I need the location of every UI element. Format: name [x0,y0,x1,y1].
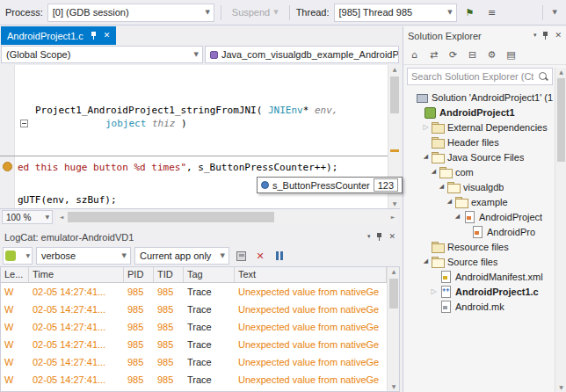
column-header-tid[interactable]: TID [154,267,184,282]
column-header-text[interactable]: Text [235,267,387,282]
thread-dropdown[interactable]: [985] Thread 985 ▼ [334,4,457,22]
solution-explorer-titlebar[interactable]: Solution Explorer ▾ ✕ [403,26,566,45]
close-icon[interactable]: ✕ [104,32,111,40]
scroll-up-icon[interactable]: ▲ [388,67,401,72]
tree-item[interactable]: ◢example [403,194,555,209]
tree-expanded-arrow-icon[interactable]: ◢ [421,258,431,265]
log-level-dropdown[interactable]: verbose ▼ [36,247,131,265]
tree-collapsed-arrow-icon[interactable]: ▷ [421,124,431,131]
suspend-button[interactable]: Suspend ▼ [228,4,283,22]
tree-item[interactable]: AndroidProject1 [403,105,555,120]
member-dropdown[interactable]: Java_com_visualgdb_example_AndroidP ▼ [205,46,399,63]
pin-icon[interactable] [375,232,383,242]
close-icon[interactable]: ✕ [388,233,395,241]
tree-item[interactable]: AndroidPro [403,224,555,239]
editor-horizontal-scrollbar[interactable]: ◄ ► [56,210,398,224]
logcat-row[interactable]: W02-05 14:27:41...985985TraceUnexpected … [1,353,387,371]
search-icon[interactable] [537,70,549,83]
pin-icon[interactable] [541,31,549,40]
pin-icon[interactable] [90,31,98,40]
tree-item[interactable]: Resource files [403,239,555,254]
process-label: Process: [5,7,43,18]
logcat-vertical-scrollbar[interactable]: ▲ ▼ [387,267,399,391]
tree-item-label: Java Source Files [447,152,524,163]
column-header-level[interactable]: Le... [1,267,29,282]
tree-item[interactable]: ◢com [403,164,555,179]
scrollbar-thumb[interactable] [389,279,398,309]
column-header-pid[interactable]: PID [124,267,154,282]
scroll-right-icon[interactable]: ► [388,210,398,224]
tree-item[interactable]: ◢AndroidProject [403,209,555,224]
breakpoint-margin[interactable] [0,65,15,208]
breakpoint-icon[interactable] [3,162,12,171]
zoom-dropdown[interactable]: 100 % ▼ [2,210,53,224]
editor-split-divider[interactable] [0,156,388,156]
logcat-cell-time: 02-05 14:27:41... [29,374,124,385]
tree-item[interactable]: Android.mk [403,299,555,314]
tree-expanded-arrow-icon[interactable]: ◢ [437,184,446,190]
scroll-up-icon[interactable]: ▲ [555,69,566,75]
device-dropdown[interactable]: ▼ [3,247,33,265]
window-position-icon[interactable]: ▾ [367,234,371,240]
debugger-datatip[interactable]: s_ButtonPressCounter 123 [257,177,403,193]
tree-item[interactable]: AndroidManifest.xml [403,269,555,284]
tree-item[interactable]: ▷External Dependencies [403,120,555,134]
close-icon[interactable]: ✕ [555,32,562,40]
home-icon[interactable]: ⌂ [406,47,423,63]
flag-icon[interactable]: ⚑ [461,4,479,21]
column-header-time[interactable]: Time [29,267,124,282]
window-position-icon[interactable]: ▾ [533,33,537,39]
tab-androidproject1-c[interactable]: AndroidProject1.c ✕ [1,26,116,45]
fold-collapse-icon[interactable] [20,120,28,127]
tree-item[interactable]: ◢Java Source Files [403,149,555,164]
collapse-all-icon[interactable]: ⊟ [464,47,481,63]
scrollbar-thumb[interactable] [68,212,274,222]
tree-item[interactable]: Solution 'AndroidProject1' (1 projec [403,90,555,105]
toolbar-overflow-chevron-icon[interactable]: ▼ [549,10,561,16]
tree-expanded-arrow-icon[interactable]: ◢ [453,214,462,220]
logcat-row[interactable]: W02-05 14:27:41...985985TraceUnexpected … [1,301,387,318]
refresh-icon[interactable]: ⟳ [445,47,461,63]
search-input[interactable] [408,71,537,82]
scrollbar-thumb[interactable] [390,76,399,113]
sync-with-active-document-icon[interactable]: ⇄ [425,47,442,63]
scope-dropdown[interactable]: (Global Scope) ▼ [1,46,203,63]
pause-log-icon[interactable] [272,248,287,264]
logcat-row[interactable]: W02-05 14:27:41...985985TraceUnexpected … [1,371,387,388]
code-editor[interactable]: Project1_AndroidProject1_stringFromJNI( … [0,65,400,208]
logcat-titlebar[interactable]: LogCat: emulator-AndroidVD1 ▾ ✕ [0,229,400,245]
properties-icon[interactable]: ⚙ [483,47,500,63]
tree-item[interactable]: ◢Source files [403,254,555,269]
tree-expanded-arrow-icon[interactable]: ◢ [429,169,439,175]
tree-item-label: Resource files [447,242,509,252]
logcat-row[interactable]: W02-05 14:27:41...985985TraceUnexpected … [1,283,387,301]
tree-item[interactable]: ◢visualgdb [403,179,555,194]
scroll-up-icon[interactable]: ▲ [388,269,400,274]
show-all-files-icon[interactable]: ▤ [503,47,519,63]
scroll-down-icon[interactable]: ▼ [388,201,401,207]
logcat-row[interactable]: W02-05 14:27:41...985985TraceUnexpected … [1,336,387,353]
clear-log-icon[interactable]: ✕ [252,248,268,264]
logcat-cell-tid: 985 [154,357,184,367]
column-header-tag[interactable]: Tag [184,267,235,282]
log-level-value: verbose [41,250,76,261]
logcat-cell-text: Unexpected value from nativeGe [235,374,387,385]
logcat-cell-pid: 985 [124,322,154,332]
scroll-down-icon[interactable]: ▼ [388,384,400,389]
process-dropdown[interactable]: [0] (GDB session) ▼ [47,4,214,22]
tree-expanded-arrow-icon[interactable]: ◢ [445,199,454,205]
tree-expanded-arrow-icon[interactable]: ◢ [421,154,431,160]
tree-item[interactable]: ▷AndroidProject1.c [403,284,555,299]
threads-list-icon[interactable]: ≡ [483,4,501,21]
thread-value: [985] Thread 985 [339,7,413,18]
tree-collapsed-arrow-icon[interactable]: ▷ [429,288,439,295]
scroll-down-icon[interactable]: ▼ [555,385,566,390]
tree-item[interactable]: Header files [403,134,555,149]
app-filter-dropdown[interactable]: Current app only ▼ [134,247,229,265]
logcat-row[interactable]: W02-05 14:27:41...985985TraceUnexpected … [1,318,387,336]
scrollbar-thumb[interactable] [557,78,565,162]
solution-explorer-scrollbar[interactable]: ▲ ▼ [555,68,566,392]
datatip-value[interactable]: 123 [374,178,398,192]
export-log-icon[interactable] [233,248,249,264]
scroll-left-icon[interactable]: ◄ [56,210,67,224]
